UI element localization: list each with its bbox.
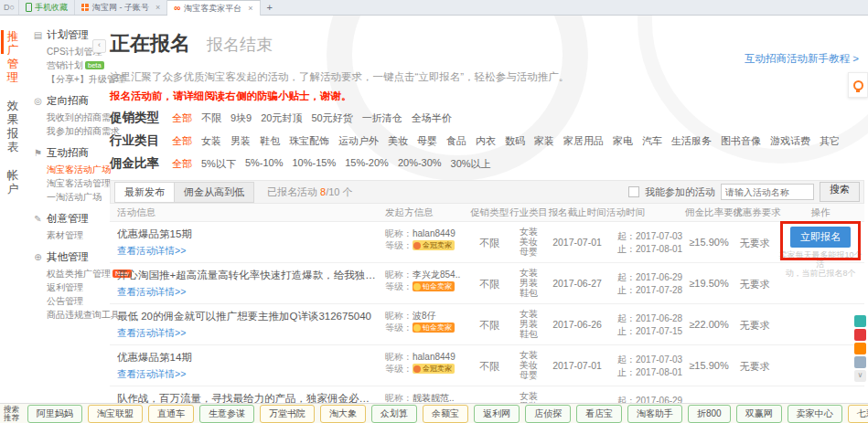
tab-close-icon[interactable]: × [155,3,160,12]
filter-option[interactable]: 5%以下 [201,157,236,171]
filter-option[interactable]: 汽车 [642,134,662,148]
promo-widget-icon[interactable] [854,329,866,341]
sidebar-item[interactable]: 一淘活动广场 [47,190,102,204]
filter-option[interactable]: 一折清仓 [362,111,402,125]
bottom-nav-item[interactable]: 看店宝 [576,405,622,423]
vnav-item-2[interactable]: 帐户 [0,167,26,198]
bottom-nav-item[interactable]: 淘大象 [320,405,366,423]
sidebar-item[interactable]: 返利管理 [47,280,102,294]
bottom-nav-item[interactable]: 返利网 [474,405,520,423]
filter-option[interactable]: 20元封顶 [261,111,302,125]
sort-newest-button[interactable]: 最新发布 [114,182,175,203]
contact-widget-icon[interactable] [854,315,866,327]
sidebar-item[interactable]: 素材管理 [47,228,102,242]
bottom-nav-item[interactable]: 卖家中心 [788,405,842,423]
bottom-nav-item[interactable]: 双赢网 [736,405,782,423]
widget-collapse-icon[interactable]: ∨ [854,370,866,382]
sidebar-item[interactable]: 营销计划beta [47,58,102,72]
promo-type-cell: 不限 [469,345,509,386]
bottom-nav-item[interactable]: 阿里妈妈 [27,405,82,423]
activity-detail-link[interactable]: 查看活动详情>> [117,368,376,381]
sidebar-group-header-2[interactable]: ⚑互动招商 [33,146,102,160]
bottom-nav-item[interactable]: 淘客助手 [627,405,682,423]
filter-option[interactable]: 10%-15% [292,157,336,171]
page-body: 推广管理效果报表帐户 ‹ ▤计划管理CPS计划管理营销计划beta【分享+】升级… [0,16,868,423]
filter-option[interactable]: 男装 [230,134,251,148]
apply-button[interactable]: 立即报名 [790,227,851,248]
filter-option[interactable]: 30%以上 [451,157,491,171]
filter-option[interactable]: 生活服务 [671,134,712,148]
bookmark-phone-item[interactable]: 手机收藏 [19,0,75,15]
nick-label: 昵称： [385,310,413,322]
activity-row: 优惠爆品第14期查看活动详情>>昵称：halan8449等级：金冠卖家不限女装美… [110,345,864,386]
filter-option[interactable]: 内衣 [476,134,496,148]
sidebar-item[interactable]: 淘宝客活动管理 [47,176,102,190]
sidebar-group-header-4[interactable]: ⊕其他管理 [33,250,102,264]
filter-option[interactable]: 50元好货 [312,111,353,125]
filter-option[interactable]: 家装 [534,134,554,148]
filter-option[interactable]: 家电 [613,134,633,148]
sidebar-item[interactable]: 商品违规查询工具 [47,308,102,322]
filter-option[interactable]: 全部 [172,111,192,125]
sort-commission-button[interactable]: 佣金从高到低 [175,182,254,203]
filter-option[interactable]: 5%-10% [245,157,284,171]
filter-option[interactable]: 图书音像 [721,134,761,148]
bottom-nav-item[interactable]: 直通车 [148,405,194,423]
filter-option[interactable]: 食品 [446,134,466,148]
new-tab-button[interactable]: + [261,0,279,15]
sponsor-level-line: 等级：铂金卖家 [385,322,469,333]
sidebar-group-header-3[interactable]: ✎创意管理 [33,212,102,226]
filter-option[interactable]: 鞋包 [260,134,280,148]
filter-option[interactable]: 9块9 [230,111,252,125]
sidebar-item[interactable]: 【分享+】升级管理 [47,72,102,86]
sidebar-group-header-1[interactable]: ◎定向招商 [33,94,102,108]
filter-option[interactable]: 美妆 [388,134,408,148]
filter-option[interactable]: 家居用品 [563,134,604,148]
sidebar-item[interactable]: 淘宝客活动广场 [47,163,102,176]
bottom-nav-item[interactable]: 店侦探 [525,405,571,423]
filter-option[interactable]: 不限 [201,111,221,125]
my-activities-checkbox[interactable] [628,186,639,197]
cart-widget-icon[interactable] [854,343,866,354]
tutorial-link[interactable]: 互动招商活动新手教程 > [745,52,859,66]
bottom-nav-item[interactable]: 折800 [688,405,731,423]
activity-detail-link[interactable]: 查看活动详情>> [117,327,376,340]
activity-detail-link[interactable]: 查看活动详情>> [117,286,376,299]
filter-option[interactable]: 女装 [201,134,221,148]
bottom-nav-item[interactable]: 余额宝 [423,405,468,423]
misc-widget-icon[interactable] [854,356,866,368]
tab-taoke-seller-platform[interactable]: ∞ 淘宝客卖家平台 × [167,0,260,16]
filter-option[interactable]: 全部 [172,157,192,171]
activity-title: 优惠爆品第15期 [117,227,376,241]
sidebar-item[interactable]: 权益类推广管理New [47,267,102,280]
filter-option[interactable]: 全部 [172,134,192,148]
search-button[interactable]: 搜索 [820,182,860,202]
filter-option[interactable]: 珠宝配饰 [289,134,329,148]
vnav-item-0[interactable]: 推广管理 [0,28,26,87]
activity-detail-link[interactable]: 查看活动详情>> [117,245,376,258]
tab-ended-activities[interactable]: 报名结束 [207,34,273,56]
sidebar-item[interactable]: 我收到的招商需求 [47,111,102,124]
filter-option[interactable]: 20%-30% [398,157,442,171]
bottom-nav-item[interactable]: 七彩虹官网 [848,405,868,423]
fraud-tip-widget[interactable] [848,72,868,98]
bottom-nav-item[interactable]: 淘宝联盟 [88,405,143,423]
vnav-item-1[interactable]: 效果报表 [0,98,26,156]
bottom-nav-item[interactable]: 万堂书院 [260,405,315,423]
tab-taobao-subaccount[interactable]: 淘宝网 - 子账号 × [75,0,167,15]
filter-option[interactable]: 母婴 [417,134,437,148]
browser-nav-icons[interactable]: D○ [0,0,19,15]
filter-option[interactable]: 全场半价 [412,111,452,125]
sidebar-item[interactable]: 公告管理 [47,294,102,308]
browser-refresh-icon[interactable]: ○ [10,3,15,12]
activity-search-input[interactable] [721,184,814,200]
filter-option[interactable]: 运动户外 [338,134,379,148]
filter-option[interactable]: 游戏话费 [770,134,810,148]
sidebar-item[interactable]: 我参加的招商需求 [47,124,102,138]
bottom-nav-item[interactable]: 众划算 [371,405,417,423]
bottom-nav-item[interactable]: 生意参谋 [199,405,254,423]
filter-option[interactable]: 数码 [505,134,525,148]
tab-close-icon[interactable]: × [248,4,252,13]
filter-option[interactable]: 15%-20% [345,157,389,171]
filter-option[interactable]: 其它 [820,134,840,148]
